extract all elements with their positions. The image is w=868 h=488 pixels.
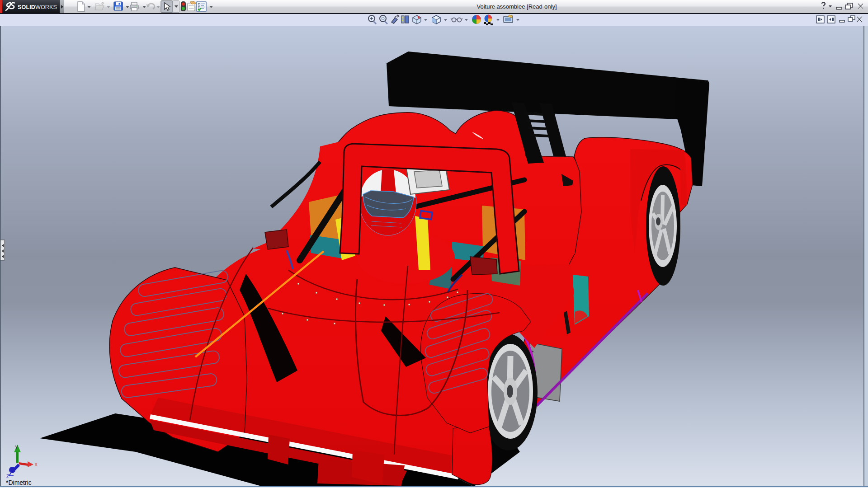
svg-text:*Dimetric: *Dimetric — [6, 479, 32, 486]
svg-text:SOLIDWORKS: SOLIDWORKS — [18, 4, 57, 10]
svg-text:X: X — [34, 462, 38, 467]
svg-text:Z: Z — [6, 474, 9, 479]
svg-text:Y: Y — [15, 445, 19, 450]
